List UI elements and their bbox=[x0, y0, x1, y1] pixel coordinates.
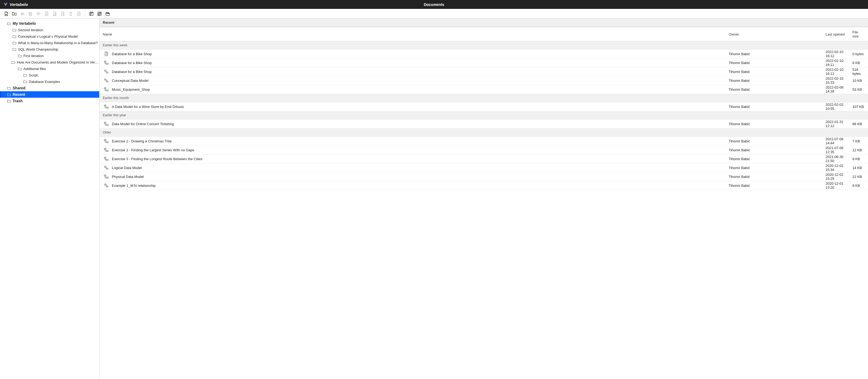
doc-owner: Tihomir Babić bbox=[725, 58, 822, 67]
content-pane: Recent Name Owner Last opened File size … bbox=[99, 19, 868, 379]
table-row[interactable]: Exercise 3 - Finding the Longest Route B… bbox=[99, 154, 868, 164]
tree-label: SQL World Championship bbox=[18, 47, 58, 51]
table-row[interactable]: Database for a Bike ShopTihomir Babić202… bbox=[99, 50, 868, 58]
rename-button bbox=[51, 10, 58, 17]
doc-name: Exercise 3 - Finding the Longest Route B… bbox=[112, 157, 203, 161]
physical-model-icon bbox=[104, 104, 108, 109]
folder-icon bbox=[18, 66, 22, 71]
doc-owner: Tihomir Babić bbox=[725, 154, 822, 164]
tree-node[interactable]: What is Many-to-Many Relationship in a D… bbox=[0, 39, 99, 46]
col-size[interactable]: File size bbox=[849, 27, 868, 41]
tree-node[interactable]: Shared bbox=[0, 85, 99, 91]
doc-opened: 2020-12-02 15:34 bbox=[822, 164, 849, 172]
doc-owner: Tihomir Babić bbox=[725, 85, 822, 94]
doc-owner: Tihomir Babić bbox=[725, 119, 822, 128]
doc-size: 10 KB bbox=[849, 76, 868, 85]
doc-size: 22 KB bbox=[849, 172, 868, 181]
doc-opened: 2022-02-10 15:33 bbox=[822, 76, 849, 85]
tree-node[interactable]: Database Examples bbox=[0, 78, 99, 85]
toolbar bbox=[0, 9, 868, 19]
doc-owner: Tihomir Babić bbox=[725, 50, 822, 58]
table-row[interactable]: Example 1_M:N relationshipTihomir Babić2… bbox=[99, 181, 868, 190]
col-opened[interactable]: Last opened bbox=[822, 27, 849, 41]
view-physical-button[interactable] bbox=[96, 10, 103, 17]
table-row[interactable]: Exercise 2 - Drawing a Christmas TreeTih… bbox=[99, 137, 868, 146]
doc-name: Exercise 2 - Drawing a Christmas Tree bbox=[112, 139, 172, 143]
doc-name: Data Model for Online Concert Ticketing bbox=[112, 122, 174, 126]
col-owner[interactable]: Owner bbox=[725, 27, 822, 41]
table-row[interactable]: Database for a Bike ShopTihomir Babić202… bbox=[99, 67, 868, 76]
folder-icon bbox=[12, 34, 17, 38]
doc-owner: Tihomir Babić bbox=[725, 146, 822, 154]
tree-node[interactable]: My Vertabelo bbox=[0, 20, 99, 27]
doc-opened: 2021-06-30 21:50 bbox=[822, 154, 849, 164]
doc-name: Logical Data Model bbox=[112, 166, 142, 170]
tree-node[interactable]: First iteration bbox=[0, 53, 99, 59]
doc-owner: Tihomir Babić bbox=[725, 164, 822, 172]
doc-model-icon bbox=[104, 51, 108, 56]
brand[interactable]: Vertabelo bbox=[3, 2, 28, 7]
table-row[interactable]: Exercise 1 - Finding the Largest Series … bbox=[99, 146, 868, 154]
tree-node[interactable]: Trash bbox=[0, 98, 99, 104]
tree-node[interactable]: Additional files bbox=[0, 65, 99, 72]
doc-size: 7 KB bbox=[849, 137, 868, 146]
tree-label: First iteration bbox=[23, 54, 43, 58]
new-folder-button[interactable] bbox=[11, 10, 18, 17]
doc-name: Database for a Bike Shop bbox=[112, 61, 152, 65]
document-table-wrap[interactable]: Name Owner Last opened File size Earlier… bbox=[99, 27, 868, 379]
tree-label: Trash bbox=[13, 99, 23, 103]
doc-size: 0 bytes bbox=[849, 50, 868, 58]
tree-node[interactable]: Script bbox=[0, 72, 99, 78]
doc-size: 14 KB bbox=[849, 164, 868, 172]
table-row[interactable]: Physical Data ModelTihomir Babić2020-12-… bbox=[99, 172, 868, 181]
table-row[interactable]: Data Model for Online Concert TicketingT… bbox=[99, 119, 868, 128]
table-row[interactable]: Database for a Bike ShopTihomir Babić202… bbox=[99, 58, 868, 67]
content-header: Recent bbox=[99, 19, 868, 27]
doc-owner: Tihomir Babić bbox=[725, 102, 822, 111]
table-row[interactable]: Conceptual Data ModelTihomir Babić2022-0… bbox=[99, 76, 868, 85]
preview-button bbox=[35, 10, 42, 17]
doc-opened: 2022-01-31 12:12 bbox=[822, 119, 849, 128]
logical-model-icon bbox=[104, 183, 108, 188]
tree-node[interactable]: Recent bbox=[0, 91, 99, 98]
tree-node[interactable]: SQL World Championship bbox=[0, 46, 99, 53]
folder-icon bbox=[7, 99, 11, 103]
tree-node[interactable]: Second iteration bbox=[0, 27, 99, 33]
folder-icon bbox=[7, 92, 11, 97]
tree-label: Conceptual v Logical v Physical Model bbox=[18, 34, 78, 38]
physical-model-icon bbox=[104, 139, 108, 143]
table-row[interactable]: Music_Equipment_ShopTihomir Babić2022-02… bbox=[99, 85, 868, 94]
group-header: Earlier this week bbox=[99, 41, 868, 50]
doc-opened: 2022-02-10 16:11 bbox=[822, 58, 849, 67]
col-name[interactable]: Name bbox=[99, 27, 725, 41]
doc-owner: Tihomir Babić bbox=[725, 172, 822, 181]
table-row[interactable]: A Data Model for a Wine Store by Emil Dr… bbox=[99, 102, 868, 111]
doc-size: 8 KB bbox=[849, 154, 868, 164]
tree-label: Second iteration bbox=[18, 28, 43, 32]
tree-node[interactable]: How Are Documents and Models Organized i… bbox=[0, 59, 99, 65]
logical-model-icon bbox=[104, 78, 108, 83]
physical-model-icon bbox=[104, 156, 108, 161]
folder-icon bbox=[23, 73, 27, 77]
tree-label: What is Many-to-Many Relationship in a D… bbox=[18, 41, 98, 45]
view-movie-button[interactable] bbox=[104, 10, 111, 17]
new-document-button[interactable] bbox=[3, 10, 10, 17]
folder-icon bbox=[12, 41, 17, 45]
doc-size: 107 KB bbox=[849, 102, 868, 111]
doc-name: Example 1_M:N relationship bbox=[112, 183, 156, 187]
logical-model-icon bbox=[104, 69, 108, 74]
tree-label: My Vertabelo bbox=[13, 21, 36, 26]
table-row[interactable]: Logical Data ModelTihomir Babić2020-12-0… bbox=[99, 164, 868, 172]
view-logical-button[interactable] bbox=[88, 10, 95, 17]
content-title: Recent bbox=[103, 21, 114, 25]
tree-node[interactable]: Conceptual v Logical v Physical Model bbox=[0, 33, 99, 39]
tree-label: Additional files bbox=[23, 67, 46, 71]
doc-size: 66 KB bbox=[849, 119, 868, 128]
doc-opened: 2020-12-02 15:25 bbox=[822, 172, 849, 181]
share-button bbox=[19, 10, 26, 17]
page-title: Documents bbox=[424, 2, 444, 7]
group-header: Older bbox=[99, 128, 868, 137]
doc-opened: 2022-02-02 10:55 bbox=[822, 102, 849, 111]
doc-opened: 2022-02-08 14:39 bbox=[822, 85, 849, 94]
doc-owner: Tihomir Babić bbox=[725, 181, 822, 190]
